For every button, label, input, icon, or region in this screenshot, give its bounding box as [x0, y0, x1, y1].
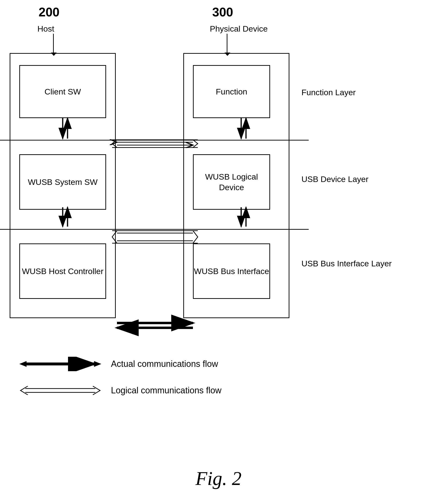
- legend-actual: Actual communications flow: [19, 357, 285, 371]
- logical-flow-label: Logical communications flow: [111, 385, 221, 396]
- wusb-host-controller-box: WUSB Host Controller: [19, 243, 106, 299]
- wusb-system-sw-box: WUSB System SW: [19, 154, 106, 210]
- legend-section: Actual communications flow Logical commu…: [19, 357, 285, 410]
- wusb-logical-device-box: WUSB Logical Device: [193, 154, 270, 210]
- svg-marker-24: [19, 361, 27, 367]
- ref-number-300: 300: [212, 5, 233, 19]
- separator-line-2: [0, 229, 309, 230]
- host-label: Host: [37, 24, 54, 33]
- physical-arrow-down: [227, 34, 228, 53]
- svg-marker-25: [94, 361, 101, 367]
- host-arrow-down: [53, 34, 54, 53]
- physical-device-label: Physical Device: [210, 24, 268, 33]
- separator-line-1: [0, 140, 309, 141]
- usb-bus-interface-layer-label: USB Bus Interface Layer: [301, 258, 392, 270]
- function-layer-label: Function Layer: [301, 87, 356, 98]
- client-sw-box: Client SW: [19, 65, 106, 118]
- logical-arrow-icon: [19, 383, 101, 398]
- ref-number-200: 200: [39, 5, 60, 19]
- legend-logical: Logical communications flow: [19, 383, 285, 398]
- function-box: Function: [193, 65, 270, 118]
- actual-flow-label: Actual communications flow: [111, 359, 218, 369]
- usb-device-layer-label: USB Device Layer: [301, 174, 368, 185]
- wusb-bus-interface-box: WUSB Bus Interface: [193, 243, 270, 299]
- figure-label: Fig. 2: [195, 468, 241, 490]
- actual-arrow-icon: [19, 357, 101, 371]
